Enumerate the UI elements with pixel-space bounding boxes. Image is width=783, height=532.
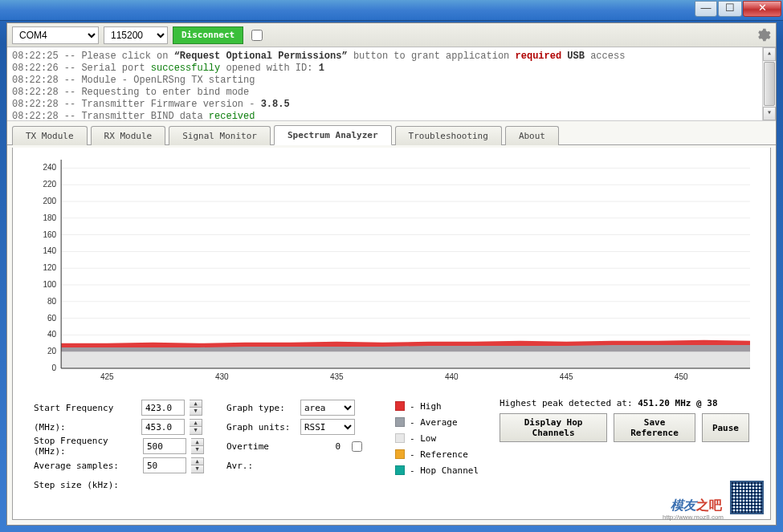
pause-button[interactable]: Pause: [702, 413, 749, 442]
legend: - High - Average - Low - Reference - Hop…: [390, 395, 495, 519]
svg-text:425: 425: [100, 372, 114, 381]
svg-text:0: 0: [52, 363, 57, 372]
graph-type-select[interactable]: area: [300, 400, 355, 416]
legend-swatch: [395, 401, 405, 411]
tab-signal-monitor[interactable]: Signal Monitor: [169, 126, 271, 145]
overtime-value: 0: [300, 441, 344, 452]
svg-text:120: 120: [43, 263, 56, 272]
legend-swatch: [395, 465, 405, 475]
tab-spectrum-analyzer[interactable]: Spectrum Analyzer: [274, 125, 392, 145]
log-line: 08:22:28 -- Transmitter BIND data receiv…: [12, 111, 771, 121]
toolbar-checkbox[interactable]: [251, 30, 263, 41]
legend-item: - Hop Channel: [395, 462, 490, 478]
tab-tx-module[interactable]: TX Module: [12, 126, 88, 145]
start-freq-input-b[interactable]: [141, 419, 185, 435]
scroll-down-icon[interactable]: ▾: [763, 107, 776, 120]
avg-samples-label: Average samples:: [34, 461, 138, 471]
avg-samples-spinner[interactable]: ▲▼: [191, 457, 204, 473]
peak-value: 451.20 MHz @ 38: [638, 398, 717, 408]
legend-item: - Reference: [395, 446, 490, 462]
disconnect-button[interactable]: Disconnect: [173, 26, 243, 44]
legend-label: - Hop Channel: [410, 465, 479, 476]
avg-samples-input[interactable]: [143, 457, 186, 473]
window-close-button[interactable]: ✕: [743, 1, 781, 17]
stop-freq-input[interactable]: [143, 438, 186, 454]
svg-text:240: 240: [43, 163, 56, 172]
graph-type-label: Graph type:: [226, 403, 296, 413]
log-scrollbar[interactable]: ▴ ▾: [762, 47, 776, 120]
graph-units-label: Graph units:: [226, 422, 296, 433]
log-line: 08:22:26 -- Serial port successfully ope…: [12, 63, 771, 75]
legend-item: - Low: [395, 430, 490, 446]
window-minimize-button[interactable]: —: [695, 1, 717, 17]
start-freq-unit-label: (MHz):: [34, 422, 137, 433]
start-freq-spinner-b[interactable]: ▲▼: [190, 419, 202, 435]
step-size-label: Step size (kHz):: [34, 480, 138, 490]
svg-text:180: 180: [43, 213, 56, 222]
display-hop-button[interactable]: Display Hop Channels: [500, 413, 607, 442]
svg-text:160: 160: [43, 230, 56, 239]
watermark-logo: 模友之吧: [671, 497, 722, 514]
legend-label: - Average: [410, 417, 458, 428]
graph-controls: Graph type: area Graph units: RSSI Overt…: [222, 395, 390, 519]
svg-text:200: 200: [43, 197, 56, 205]
qr-code-icon: [730, 481, 764, 514]
log-line: 08:22:28 -- Module - OpenLRSng TX starti…: [12, 75, 771, 87]
log-line: 08:22:28 -- Transmitter Firmware version…: [12, 99, 771, 111]
svg-text:40: 40: [47, 330, 57, 339]
window-maximize-button[interactable]: ☐: [718, 1, 742, 17]
svg-text:20: 20: [47, 347, 57, 355]
graph-units-select[interactable]: RSSI: [300, 419, 355, 435]
legend-label: - High: [410, 401, 442, 412]
log-area: 08:22:25 -- Please click on “Request Opt…: [7, 47, 776, 121]
legend-label: - Low: [410, 433, 436, 444]
legend-swatch: [395, 449, 405, 459]
stop-freq-label: Stop Frequency (MHz):: [34, 436, 138, 457]
svg-text:450: 450: [675, 372, 688, 381]
svg-text:60: 60: [47, 314, 57, 323]
svg-text:100: 100: [43, 280, 56, 289]
spectrum-chart: 0204060801001201401601802002202404254304…: [29, 156, 754, 388]
svg-text:430: 430: [215, 372, 229, 381]
stop-freq-spinner[interactable]: ▲▼: [191, 438, 204, 454]
svg-text:80: 80: [47, 297, 57, 306]
start-freq-spinner[interactable]: ▲▼: [190, 400, 202, 416]
avr-label: Avr.:: [226, 461, 296, 471]
port-select[interactable]: COM4: [12, 26, 99, 44]
spectrum-panel: 0204060801001201401601802002202404254304…: [12, 148, 771, 520]
tab-about[interactable]: About: [505, 126, 559, 145]
save-reference-button[interactable]: Save Reference: [614, 413, 695, 442]
watermark-url: http://www.moz8.com: [663, 514, 724, 521]
start-freq-input[interactable]: [141, 400, 185, 416]
legend-swatch: [395, 433, 405, 443]
svg-text:140: 140: [43, 246, 56, 255]
start-freq-label: Start Frequency: [34, 403, 137, 413]
tab-troubleshooting[interactable]: Troubleshooting: [395, 126, 502, 145]
tab-bar: TX ModuleRX ModuleSignal MonitorSpectrum…: [7, 121, 776, 145]
log-line: 08:22:28 -- Requesting to enter bind mod…: [12, 87, 771, 99]
svg-text:440: 440: [445, 372, 459, 381]
legend-item: - Average: [395, 414, 490, 430]
scroll-thumb[interactable]: [764, 62, 775, 106]
svg-text:220: 220: [43, 180, 56, 189]
baud-select[interactable]: 115200: [104, 26, 168, 44]
svg-text:445: 445: [560, 372, 573, 381]
log-line: 08:22:25 -- Please click on “Request Opt…: [12, 51, 771, 63]
legend-swatch: [395, 417, 405, 427]
scroll-up-icon[interactable]: ▴: [763, 47, 776, 61]
overtime-checkbox[interactable]: [352, 441, 362, 452]
window-titlebar: — ☐ ✕: [0, 0, 783, 21]
peak-label: Highest peak detected at:: [500, 398, 638, 408]
toolbar: COM4 115200 Disconnect: [7, 23, 776, 47]
legend-label: - Reference: [410, 449, 468, 460]
overtime-label: Overtime: [226, 441, 296, 452]
tab-rx-module[interactable]: RX Module: [91, 126, 166, 145]
svg-text:435: 435: [330, 372, 344, 381]
legend-item: - High: [395, 398, 490, 414]
freq-controls: Start Frequency ▲▼ (MHz): ▲▼ Stop Freque…: [29, 395, 222, 519]
gear-icon[interactable]: [755, 27, 771, 43]
